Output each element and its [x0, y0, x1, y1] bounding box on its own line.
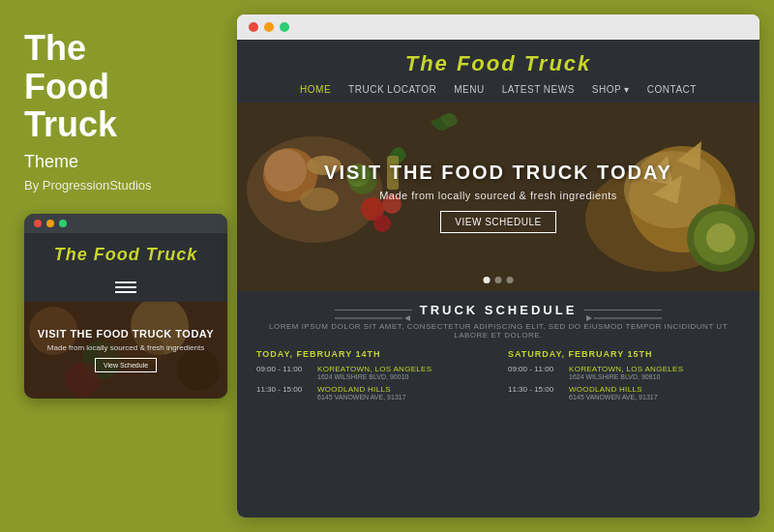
schedule-location-2-1: KOREATOWN, LOS ANGELES [569, 365, 683, 373]
nav-item-truck-locator[interactable]: Truck Locator [348, 84, 436, 95]
schedule-day-1: TODAY, FEBRUARY 14TH [256, 349, 489, 359]
mobile-top-bar [24, 214, 227, 233]
schedule-address-2-2: 6145 VANOWEN AVE, 91317 [569, 394, 658, 400]
nav-item-contact[interactable]: Contact [647, 84, 697, 95]
carousel-dot-3[interactable] [507, 277, 514, 283]
site-logo: The Food Truck [256, 51, 740, 76]
mobile-hero-overlay: VISIT THE FOOD TRUCK TODAY Made from loc… [24, 302, 227, 399]
hero-overlay: VISIT THE FOOD TRUCK TODAY Made from loc… [237, 103, 759, 291]
browser-top-bar [237, 15, 759, 40]
schedule-columns: TODAY, FEBRUARY 14TH 09:00 - 11:00 KOREA… [256, 349, 740, 405]
site-hero: VISIT THE FOOD TRUCK TODAY Made from loc… [237, 103, 759, 291]
hero-title: VISIT THE FOOD TRUCK TODAY [324, 162, 672, 184]
mobile-dot-green [59, 220, 67, 227]
theme-title: The Food Truck [24, 29, 218, 144]
nav-item-home[interactable]: Home [300, 84, 331, 95]
schedule-row-1-1: 09:00 - 11:00 KOREATOWN, LOS ANGELES 162… [256, 365, 489, 380]
schedule-address-1-2: 6145 VANOWEN AVE, 91317 [317, 394, 406, 400]
schedule-time-2-1: 09:00 - 11:00 [508, 365, 561, 380]
svg-marker-29 [404, 315, 410, 321]
schedule-col-2: SATURDAY, FEBRUARY 15TH 09:00 - 11:00 KO… [508, 349, 740, 405]
site-header: The Food Truck Home Truck Locator Menu L… [237, 40, 759, 103]
mobile-logo: The Food Truck [34, 245, 218, 265]
schedule-heading: TRUCK SCHEDULE [256, 303, 740, 317]
schedule-location-1-1: KOREATOWN, LOS ANGELES [317, 365, 432, 373]
schedule-info-2-1: KOREATOWN, LOS ANGELES 1624 WILSHIRE BLV… [569, 365, 683, 380]
schedule-title: TRUCK SCHEDULE [420, 303, 578, 317]
hero-subtitle: Made from locally sourced & fresh ingred… [379, 190, 617, 201]
mobile-dot-red [34, 220, 42, 227]
mobile-hero-title: VISIT THE FOOD TRUCK TODAY [38, 328, 214, 340]
theme-by: By ProgressionStudios [24, 178, 218, 192]
browser-content: The Food Truck Home Truck Locator Menu L… [237, 40, 759, 517]
hero-cta-button[interactable]: View Schedule [440, 211, 555, 233]
mobile-hamburger-menu[interactable] [24, 273, 227, 302]
mobile-hero: VISIT THE FOOD TRUCK TODAY Made from loc… [24, 302, 227, 399]
site-nav: Home Truck Locator Menu Latest News Shop… [256, 84, 740, 95]
hero-carousel-dots [484, 277, 514, 283]
schedule-address-1-1: 1624 WILSHIRE BLVD, 90010 [317, 373, 432, 380]
schedule-address-2-1: 1624 WILSHIRE BLVD, 90810 [569, 373, 683, 380]
schedule-subtitle: LOREM IPSUM DOLOR SIT AMET, CONSECTETUR … [256, 322, 740, 340]
browser-mockup: The Food Truck Home Truck Locator Menu L… [237, 15, 759, 517]
schedule-row-2-1: 09:00 - 11:00 KOREATOWN, LOS ANGELES 162… [508, 365, 740, 380]
schedule-line-left [335, 310, 412, 310]
schedule-section: TRUCK SCHEDULE LOREM IPSUM DOLOR SIT AME… [237, 291, 759, 517]
mobile-hero-sub: Made from locally sourced & fresh ingred… [47, 343, 204, 352]
nav-item-latest-news[interactable]: Latest News [502, 84, 575, 95]
browser-dot-red [249, 22, 258, 32]
schedule-row-2-2: 11:30 - 15:00 WOODLAND HILLS 6145 VANOWE… [508, 385, 740, 400]
schedule-time-1-1: 09:00 - 11:00 [256, 365, 310, 380]
mobile-view-schedule-button[interactable]: View Schedule [95, 358, 157, 372]
mobile-mockup: The Food Truck VISIT THE FOOD TRUCK TODA… [24, 214, 227, 399]
svg-marker-31 [586, 315, 592, 321]
carousel-dot-2[interactable] [495, 277, 502, 283]
schedule-location-1-2: WOODLAND HILLS [317, 385, 406, 394]
schedule-time-1-2: 11:30 - 15:00 [256, 385, 310, 400]
schedule-info-2-2: WOODLAND HILLS 6145 VANOWEN AVE, 91317 [569, 385, 658, 400]
mobile-header: The Food Truck [24, 233, 227, 273]
browser-dot-green [280, 22, 289, 32]
schedule-time-2-2: 11:30 - 15:00 [508, 385, 561, 400]
schedule-day-2: SATURDAY, FEBRUARY 15TH [508, 349, 740, 359]
schedule-col-1: TODAY, FEBRUARY 14TH 09:00 - 11:00 KOREA… [256, 349, 489, 405]
theme-subtitle: Theme [24, 152, 218, 172]
mobile-dot-yellow [46, 220, 54, 227]
browser-dot-yellow [264, 22, 274, 32]
nav-item-shop[interactable]: Shop ▾ [592, 84, 630, 95]
schedule-info-1-1: KOREATOWN, LOS ANGELES 1624 WILSHIRE BLV… [317, 365, 432, 380]
schedule-row-1-2: 11:30 - 15:00 WOODLAND HILLS 6145 VANOWE… [256, 385, 489, 400]
carousel-dot-1[interactable] [484, 277, 491, 283]
schedule-line-right [584, 310, 662, 310]
nav-item-menu[interactable]: Menu [454, 84, 484, 95]
left-panel: The Food Truck Theme By ProgressionStudi… [0, 0, 237, 532]
schedule-info-1-2: WOODLAND HILLS 6145 VANOWEN AVE, 91317 [317, 385, 406, 400]
schedule-location-2-2: WOODLAND HILLS [569, 385, 658, 394]
